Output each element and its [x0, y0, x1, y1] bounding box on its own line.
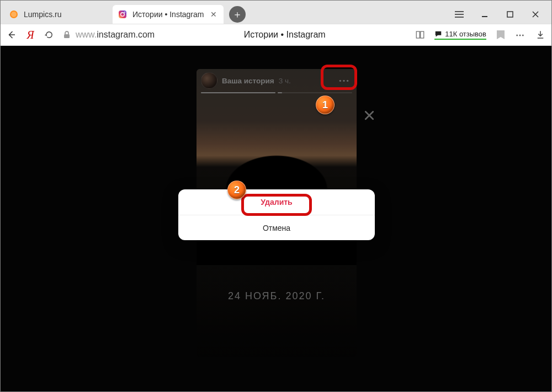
url-text: www.instagram.com — [76, 30, 155, 40]
new-tab-button[interactable]: ＋ — [229, 6, 246, 23]
svg-rect-9 — [421, 31, 424, 38]
url-display[interactable]: www.instagram.com — [62, 30, 155, 40]
favicon-instagram-icon — [118, 10, 127, 19]
svg-rect-7 — [64, 34, 70, 38]
browser-window: Lumpics.ru Истории • Instagram ✕ ＋ — [0, 0, 552, 392]
tab-title: Истории • Instagram — [132, 10, 204, 19]
maximize-icon — [507, 11, 513, 18]
reviews-count: 11К отзывов — [445, 30, 486, 38]
screen-mode-button[interactable] — [415, 29, 426, 40]
close-icon — [532, 11, 539, 18]
reload-icon — [44, 30, 54, 40]
downloads-button[interactable] — [535, 29, 546, 40]
tab-strip: Lumpics.ru Истории • Instagram ✕ ＋ — [1, 1, 551, 24]
minimize-icon — [481, 11, 488, 18]
reload-button[interactable] — [44, 29, 55, 40]
window-controls — [447, 5, 548, 24]
address-bar: Я www.instagram.com Истории • Instagram … — [1, 24, 551, 46]
download-icon — [535, 30, 545, 40]
page-title: Истории • Instagram — [162, 30, 407, 40]
tab-title: Lumpics.ru — [24, 10, 106, 19]
close-window-button[interactable] — [523, 5, 548, 24]
plus-icon: ＋ — [232, 8, 242, 21]
more-horizontal-icon: ⋯ — [516, 30, 526, 40]
comment-icon — [434, 30, 442, 38]
maximize-button[interactable] — [497, 5, 523, 24]
delete-button[interactable]: Удалить — [178, 189, 375, 215]
arrow-left-icon — [7, 30, 17, 40]
panels-icon — [415, 30, 425, 40]
svg-rect-5 — [482, 16, 487, 17]
tab-lumpics[interactable]: Lumpics.ru — [4, 5, 112, 24]
back-button[interactable] — [6, 29, 17, 40]
story-options-dialog: Удалить Отмена — [178, 189, 375, 240]
svg-point-1 — [11, 12, 17, 17]
minimize-button[interactable] — [472, 5, 497, 24]
bookmark-icon — [497, 30, 505, 39]
yandex-logo-icon: Я — [26, 29, 34, 41]
svg-rect-6 — [507, 12, 513, 17]
svg-rect-8 — [417, 31, 420, 38]
lock-icon — [62, 30, 71, 39]
cancel-button[interactable]: Отмена — [178, 215, 375, 240]
svg-rect-2 — [119, 10, 126, 18]
yandex-home-button[interactable]: Я — [25, 29, 36, 40]
reviews-badge[interactable]: 11К отзывов — [434, 30, 486, 40]
favicon-orange-icon — [9, 10, 18, 19]
bookmark-button[interactable] — [495, 29, 506, 40]
extensions-button[interactable]: ⋯ — [515, 29, 526, 40]
hamburger-menu-button[interactable] — [447, 5, 472, 24]
tab-instagram[interactable]: Истории • Instagram ✕ — [113, 5, 224, 24]
tab-close-icon[interactable]: ✕ — [209, 10, 218, 19]
hamburger-icon — [455, 11, 464, 18]
story-viewer: 24 НОЯБ. 2020 Г. Ваша история 3 ч. — [1, 46, 551, 391]
svg-point-4 — [124, 12, 125, 13]
